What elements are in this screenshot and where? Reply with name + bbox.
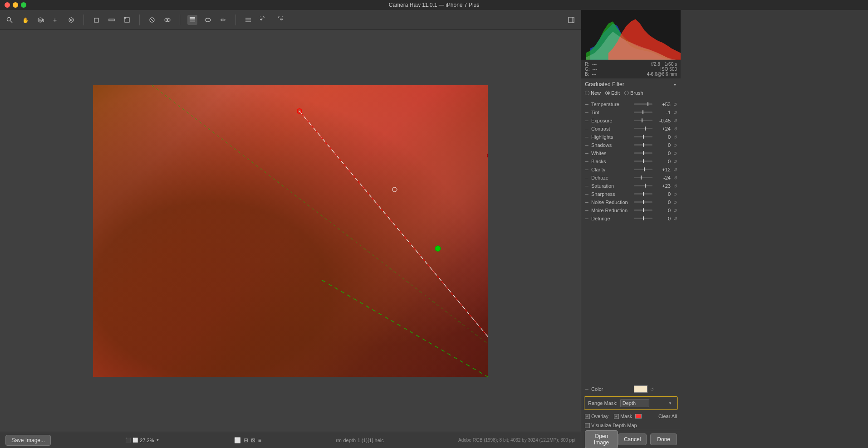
slider-minus-14[interactable]: − <box>584 216 589 221</box>
slider-reset-6[interactable]: ↺ <box>672 151 678 156</box>
slider-reset-10[interactable]: ↺ <box>672 183 678 189</box>
redeye-tool[interactable] <box>162 15 172 25</box>
adjustment-brush-tool[interactable]: ✏ <box>218 15 228 25</box>
zoom-tool[interactable] <box>5 15 15 25</box>
slider-reset-3[interactable]: ↺ <box>672 126 678 131</box>
mask-checkbox[interactable] <box>614 414 619 419</box>
slider-minus-2[interactable]: − <box>584 118 589 123</box>
white-balance-tool[interactable]: WB <box>35 15 45 25</box>
slider-track-4[interactable] <box>634 136 652 137</box>
slider-track-5[interactable] <box>634 144 652 146</box>
slider-reset-1[interactable]: ↺ <box>672 110 678 115</box>
color-swatch[interactable] <box>634 385 647 393</box>
r-value: --- <box>592 62 597 67</box>
slider-reset-2[interactable]: ↺ <box>672 118 678 123</box>
color-reset[interactable]: ↺ <box>649 386 655 392</box>
minimize-button[interactable] <box>13 2 18 8</box>
canvas-area[interactable] <box>0 30 581 432</box>
bottom-icon-1[interactable]: ⬜ <box>234 437 241 443</box>
slider-track-9[interactable] <box>634 177 652 178</box>
visualize-depth-checkbox[interactable] <box>585 423 590 428</box>
redo-button[interactable] <box>274 15 284 25</box>
slider-minus-6[interactable]: − <box>584 151 589 156</box>
slider-reset-7[interactable]: ↺ <box>672 159 678 164</box>
transform-tool[interactable] <box>122 15 132 25</box>
slider-minus-4[interactable]: − <box>584 134 589 140</box>
visualize-row: Overlay Mask Clear All <box>581 412 681 421</box>
mask-checkbox-item[interactable]: Mask <box>614 414 642 419</box>
clear-all-button[interactable]: Clear All <box>658 414 677 419</box>
slider-track-2[interactable] <box>634 120 652 121</box>
slider-minus-3[interactable]: − <box>584 126 589 131</box>
shutter-value: 1/60 s <box>665 62 677 67</box>
slider-track-8[interactable] <box>634 169 652 170</box>
undo-button[interactable] <box>259 15 269 25</box>
slider-track-12[interactable] <box>634 201 652 203</box>
graduated-filter-tool[interactable] <box>187 15 197 25</box>
radio-edit[interactable] <box>605 91 610 95</box>
slider-reset-14[interactable]: ↺ <box>672 216 678 221</box>
slider-reset-9[interactable]: ↺ <box>672 175 678 180</box>
slider-minus-11[interactable]: − <box>584 191 589 197</box>
panel-toggle-button[interactable] <box>566 15 576 25</box>
slider-minus-1[interactable]: − <box>584 110 589 115</box>
slider-reset-11[interactable]: ↺ <box>672 191 678 197</box>
slider-minus-12[interactable]: − <box>584 200 589 205</box>
slider-reset-8[interactable]: ↺ <box>672 167 678 172</box>
slider-track-11[interactable] <box>634 193 652 195</box>
zoom-icon-left: ⬛ <box>125 438 131 443</box>
slider-track-0[interactable] <box>634 103 652 105</box>
overlay-checkbox-item[interactable]: Overlay <box>585 414 608 419</box>
bottom-icon-2[interactable]: ⊟ <box>244 437 248 443</box>
slider-minus-13[interactable]: − <box>584 208 589 213</box>
filter-mode-edit[interactable]: Edit <box>605 90 620 96</box>
color-sampler-tool[interactable]: + <box>51 15 61 25</box>
g-value: --- <box>593 67 597 72</box>
slider-reset-12[interactable]: ↺ <box>672 200 678 205</box>
snapshots-tool[interactable] <box>243 15 253 25</box>
bottom-icon-4[interactable]: ≡ <box>258 437 261 443</box>
close-button[interactable] <box>5 2 10 8</box>
hand-tool[interactable]: ✋ <box>20 15 30 25</box>
radial-filter-tool[interactable] <box>203 15 213 25</box>
target-adjustment-tool[interactable] <box>66 15 76 25</box>
slider-minus-8[interactable]: − <box>584 167 589 172</box>
zoom-dropdown-arrow[interactable]: ▼ <box>156 438 160 442</box>
crop-tool[interactable] <box>91 15 101 25</box>
slider-reset-0[interactable]: ↺ <box>672 102 678 107</box>
slider-track-14[interactable] <box>634 218 652 219</box>
slider-track-3[interactable] <box>634 128 652 129</box>
done-button[interactable]: Done <box>650 433 677 445</box>
spot-removal-tool[interactable] <box>147 15 157 25</box>
slider-minus-9[interactable]: − <box>584 175 589 180</box>
straighten-tool[interactable] <box>107 15 117 25</box>
range-mask-select[interactable]: Off Luminance Color Depth <box>620 399 649 407</box>
open-image-button[interactable]: Open Image <box>585 430 618 448</box>
panel-collapse-button[interactable]: ▾ <box>673 82 677 87</box>
slider-reset-5[interactable]: ↺ <box>672 142 678 148</box>
radio-brush[interactable] <box>624 91 629 95</box>
slider-minus-5[interactable]: − <box>584 142 589 148</box>
mask-color-swatch[interactable] <box>635 414 642 419</box>
slider-track-7[interactable] <box>634 161 652 162</box>
overlay-checkbox[interactable] <box>585 414 590 419</box>
filter-mode-brush[interactable]: Brush <box>624 90 643 96</box>
slider-minus-0[interactable]: − <box>584 102 589 107</box>
radio-new[interactable] <box>585 91 589 95</box>
slider-track-13[interactable] <box>634 209 652 211</box>
color-minus[interactable]: − <box>584 386 589 392</box>
slider-track-1[interactable] <box>634 112 652 113</box>
slider-track-10[interactable] <box>634 185 652 186</box>
slider-reset-13[interactable]: ↺ <box>672 208 678 213</box>
maximize-button[interactable] <box>21 2 26 8</box>
slider-track-6[interactable] <box>634 152 652 154</box>
slider-row-shadows: − Shadows 0 ↺ <box>581 141 681 149</box>
filter-mode-new[interactable]: New <box>585 90 601 96</box>
bottom-icon-3[interactable]: ⊠ <box>251 437 255 443</box>
slider-minus-10[interactable]: − <box>584 183 589 189</box>
save-image-button[interactable]: Save Image... <box>5 435 51 446</box>
slider-reset-4[interactable]: ↺ <box>672 134 678 140</box>
slider-minus-7[interactable]: − <box>584 159 589 164</box>
visualize-depth-checkbox-item[interactable]: Visualize Depth Map <box>585 423 637 428</box>
cancel-button[interactable]: Cancel <box>618 433 647 445</box>
